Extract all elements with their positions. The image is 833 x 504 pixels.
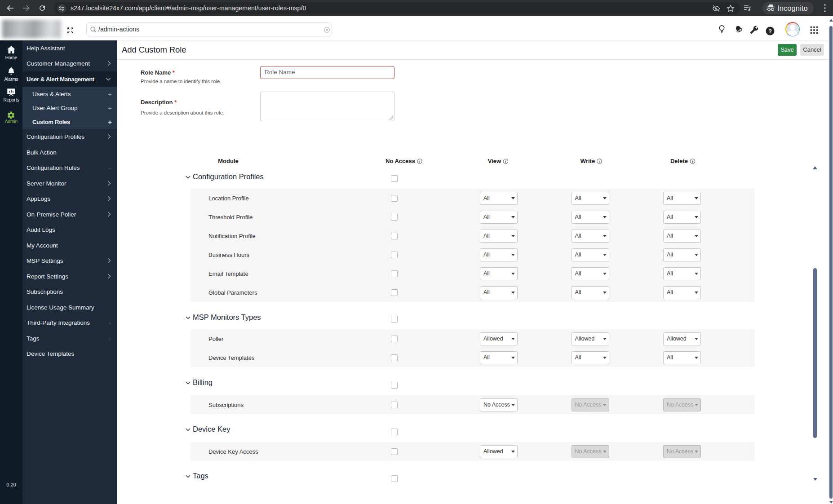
svg-text:?: ?	[768, 28, 772, 35]
